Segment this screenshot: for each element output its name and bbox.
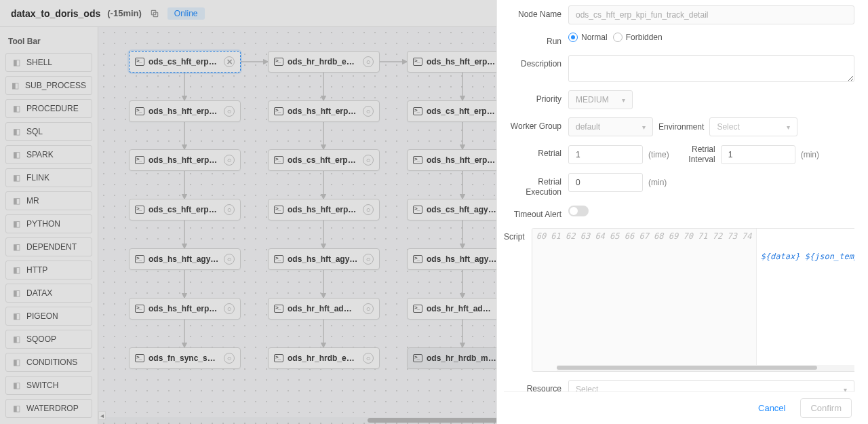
node-action-icon[interactable]: ○ [224,254,235,265]
retrial-execution-unit: (min) [648,178,667,187]
node-label: ods_hs_hft_erp_fun... [149,155,220,165]
tool-item-dependent[interactable]: ◧DEPENDENT [5,237,92,256]
priority-select[interactable]: MEDIUM ▾ [568,90,633,109]
shell-icon [135,255,144,263]
chevron-down-icon: ▾ [787,123,790,131]
workflow-node[interactable]: ods_hs_hft_erp_cou...○ [268,199,380,220]
node-action-icon[interactable]: ○ [363,254,374,265]
node-name-input[interactable] [568,5,854,24]
tool-item-flink[interactable]: ◧FLINK [5,168,92,187]
label-script: Script [504,228,525,242]
code-body[interactable]: ${datax} ${json_temp} -p "-Djob_byte_siz… [757,229,854,371]
tool-item-label: SQOOP [26,334,56,344]
workflow-node[interactable]: ods_hs_hft_agy_bui...○ [129,248,241,270]
label-run: Run [504,33,561,47]
retrial-interval-input[interactable] [721,145,795,164]
workflow-node[interactable]: ods_hr_hft_adm_ml_...○ [268,298,380,320]
worker-group-select[interactable]: default ▾ [568,117,653,136]
node-action-icon[interactable]: ○ [224,303,235,314]
procedure-icon: ◧ [12,104,21,113]
tool-item-waterdrop[interactable]: ◧WATERDROP [5,399,92,418]
shell-icon [274,354,283,362]
run-radio-forbidden[interactable]: Forbidden [613,33,663,42]
resource-select[interactable]: Select ▾ [568,380,854,391]
label-node-name: Node Name [504,5,561,20]
environment-select[interactable]: Select ▾ [709,117,797,136]
workflow-node[interactable]: ods_hs_hft_erp_fun...○ [129,298,241,320]
retrial-input[interactable] [568,145,643,164]
node-action-icon[interactable]: ○ [224,204,235,215]
node-action-icon[interactable]: ○ [363,106,374,117]
tool-item-mr[interactable]: ◧MR [5,191,92,210]
pigeon-icon: ◧ [12,311,21,321]
script-editor[interactable]: 60 61 62 63 64 65 66 67 68 69 70 71 72 7… [532,228,854,372]
tool-item-shell[interactable]: ◧SHELL [5,53,92,72]
node-action-icon[interactable]: ○ [363,204,374,215]
tool-item-datax[interactable]: ◧DATAX [5,284,92,303]
scrollbar-thumb[interactable] [557,366,817,370]
tool-item-sql[interactable]: ◧SQL [5,122,92,141]
conditions-icon: ◧ [12,358,21,367]
workflow-node[interactable]: ods_hr_hrdb_eEvent...○ [268,347,380,369]
copy-icon[interactable] [149,7,161,20]
node-action-icon[interactable]: ○ [224,106,235,117]
node-label: ods_hr_hrdb_eEmplo... [288,57,359,66]
shell-icon [135,156,144,164]
node-label: ods_hr_hft_adm_fun... [427,304,498,313]
node-label: ods_hs_hft_erp_fun... [427,57,498,66]
node-action-icon[interactable]: ○ [363,56,374,67]
node-action-icon[interactable]: ○ [224,155,235,166]
switch-icon: ◧ [12,381,21,390]
node-label: ods_cs_hft_erp_kpi... [149,57,220,66]
confirm-button[interactable]: Confirm [800,398,852,418]
python-icon: ◧ [12,219,21,229]
tool-item-spark[interactable]: ◧SPARK [5,145,92,164]
node-action-icon[interactable]: ○ [224,353,235,364]
node-label: ods_cs_hft_erp_fun... [427,107,498,116]
mr-icon: ◧ [12,196,21,206]
workflow-node[interactable]: ods_hs_hft_erp_bui...○ [129,100,241,122]
shell-icon [274,107,283,115]
timeout-alert-switch[interactable] [568,206,589,216]
node-action-icon[interactable]: ✕ [224,56,235,67]
spark-icon: ◧ [12,150,21,159]
workflow-node[interactable]: ods_hs_hft_erp_fun...○ [268,100,380,122]
tool-item-label: CONDITIONS [26,358,77,367]
tool-item-sub_process[interactable]: ◧SUB_PROCESS [5,76,92,95]
tool-item-conditions[interactable]: ◧CONDITIONS [5,353,92,372]
label-worker-group: Worker Group [504,117,561,132]
tool-item-python[interactable]: ◧PYTHON [5,214,92,233]
label-priority: Priority [504,90,561,104]
panel-footer: Cancel Confirm [504,391,854,424]
workflow-node[interactable]: ods_cs_hft_erp_kpi...✕ [129,51,241,73]
tool-item-sqoop[interactable]: ◧SQOOP [5,330,92,349]
node-action-icon[interactable]: ○ [363,353,374,364]
workflow-node[interactable]: ods_hs_hft_agy_bui...○ [268,248,380,270]
workflow-node[interactable]: ods_cs_hft_erp_fun...○ [268,149,380,171]
node-action-icon[interactable]: ○ [363,303,374,314]
retrial-execution-input[interactable] [568,173,643,192]
resource-placeholder: Select [576,385,598,391]
workflow-node[interactable]: ods_hr_hrdb_eEmplo...○ [268,51,380,73]
description-textarea[interactable] [568,55,854,82]
workflow-node[interactable]: ods_cs_hft_erp_fun...○ [129,199,241,220]
tool-item-switch[interactable]: ◧SWITCH [5,376,92,395]
workflow-node[interactable]: ods_fn_sync_sales_...○ [129,347,241,369]
radio-dot-icon [613,33,623,42]
tool-item-http[interactable]: ◧HTTP [5,261,92,280]
http-icon: ◧ [12,265,21,275]
node-action-icon[interactable]: ○ [363,155,374,166]
cancel-button[interactable]: Cancel [750,399,793,417]
tool-item-procedure[interactable]: ◧PROCEDURE [5,99,92,118]
tool-item-pigeon[interactable]: ◧PIGEON [5,307,92,326]
node-label: ods_hs_hft_erp_aud... [427,155,498,165]
run-radio-normal[interactable]: Normal [568,33,608,42]
shell-icon [135,107,144,115]
collapse-sidebar-icon[interactable]: ◂ [98,411,106,420]
editor-horizontal-scrollbar[interactable] [557,365,854,371]
priority-value: MEDIUM [576,95,609,104]
node-label: ods_hs_hft_agy_pre... [427,254,498,264]
workflow-node[interactable]: ods_hs_hft_erp_fun...○ [129,149,241,171]
node-settings-panel: Node Name Run Normal Forbidden [496,0,868,424]
tool-item-label: SWITCH [26,381,58,390]
